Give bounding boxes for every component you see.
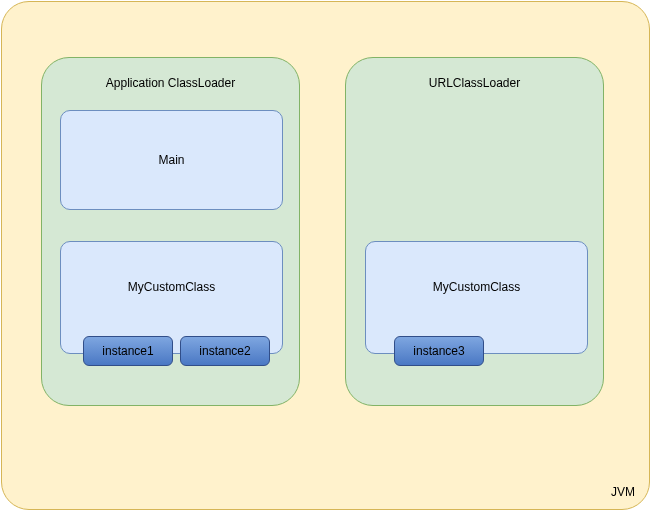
instance1-label: instance1: [102, 344, 153, 358]
instance1-box: instance1: [83, 336, 173, 366]
instance3-box: instance3: [394, 336, 484, 366]
instance2-label: instance2: [199, 344, 250, 358]
url-classloader-title: URLClassLoader: [429, 76, 520, 90]
diagram-canvas: JVM Application ClassLoader Main MyCusto…: [0, 0, 651, 511]
left-customclass-label: MyCustomClass: [128, 280, 215, 294]
app-classloader-title: Application ClassLoader: [106, 76, 235, 90]
instance2-box: instance2: [180, 336, 270, 366]
main-class-label: Main: [158, 153, 184, 167]
main-class-box: Main: [60, 110, 283, 210]
jvm-label: JVM: [611, 485, 635, 499]
right-customclass-label: MyCustomClass: [433, 280, 520, 294]
instance3-label: instance3: [413, 344, 464, 358]
